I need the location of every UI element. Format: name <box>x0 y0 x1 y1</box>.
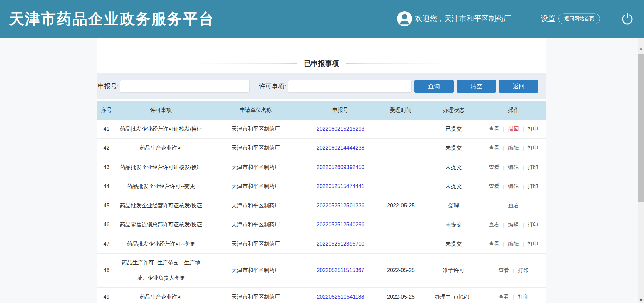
license-item-input[interactable] <box>288 80 412 93</box>
scrollbar-down-arrow-icon[interactable] <box>639 299 643 301</box>
action-link-编辑[interactable]: 编辑 <box>508 183 519 190</box>
table-row: 43药品批发企业经营许可证核发/换证天津市和平区制药厂2022052609392… <box>97 158 546 177</box>
action-link-打印[interactable]: 打印 <box>528 164 538 171</box>
license-item-label: 许可事项: <box>259 82 286 91</box>
welcome-text: 欢迎您，天津市和平区制药厂 <box>415 14 511 24</box>
table-row: 44药品批发企业经营许可--变更天津市和平区制药厂202205251547444… <box>97 177 546 196</box>
status-text: 未提交 <box>426 234 481 253</box>
action-link-查看[interactable]: 查看 <box>498 294 509 301</box>
actions-cell: 查看|编辑|打印 <box>481 139 546 158</box>
title-decoration-left <box>196 63 297 64</box>
declare-no-cell: 2022052512395700 <box>305 234 376 253</box>
declare-no-link[interactable]: 2022052515474441 <box>317 183 364 189</box>
action-link-编辑[interactable]: 编辑 <box>508 221 519 228</box>
back-to-site-home-button[interactable]: 返回网站首页 <box>558 14 600 24</box>
license-item-text: 药品生产企业许可 <box>116 288 206 303</box>
user-welcome: 欢迎您，天津市和平区制药厂 <box>397 11 511 27</box>
declare-no-cell: 2022052515474441 <box>305 177 376 196</box>
declare-no-link[interactable]: 2022052510541188 <box>317 294 364 300</box>
accept-time-text <box>376 158 426 177</box>
clear-button[interactable]: 清空 <box>457 80 496 93</box>
actions-cell: 查看 <box>481 196 546 215</box>
action-link-编辑[interactable]: 编辑 <box>508 241 519 248</box>
status-text: 未提交 <box>426 177 481 196</box>
settings-button[interactable]: 设置 <box>541 14 555 24</box>
action-link-打印[interactable]: 打印 <box>518 294 529 301</box>
main-panel: 已申报事项 申报号: 许可事项: 查询 清空 返回 序号 许可事项 申请单位名称… <box>97 38 546 303</box>
scrollbar-up-arrow-icon[interactable] <box>639 48 643 50</box>
license-item-text: 药品批发企业经营许可--变更 <box>116 177 206 196</box>
declare-no-cell: 2022052511515367 <box>305 254 376 287</box>
action-link-撤回[interactable]: 撤回 <box>508 126 519 133</box>
status-text: 未提交 <box>426 158 481 177</box>
scrollbar-thumb[interactable] <box>638 54 644 202</box>
declare-no-link[interactable]: 2022060214444238 <box>317 145 364 151</box>
action-link-查看[interactable]: 查看 <box>489 145 499 152</box>
search-bar: 申报号: 许可事项: 查询 清空 返回 <box>97 73 546 99</box>
action-separator: | <box>523 184 524 189</box>
declare-no-link[interactable]: 2022052512540296 <box>317 222 364 228</box>
action-link-打印[interactable]: 打印 <box>528 183 538 190</box>
declare-no-link[interactable]: 2022052512395700 <box>317 241 364 247</box>
action-link-打印[interactable]: 打印 <box>528 145 538 152</box>
license-item-text: 药品生产许可--生产范围、生产地址、企业负责人变更 <box>116 254 206 287</box>
col-header-seq: 序号 <box>97 101 116 120</box>
action-link-打印[interactable]: 打印 <box>528 221 538 228</box>
accept-time-text <box>376 215 426 234</box>
declare-no-cell: 2022060215215293 <box>305 120 376 138</box>
accept-time-text <box>376 234 426 253</box>
row-seq: 44 <box>97 177 116 196</box>
company-name-text: 天津市和平区制药厂 <box>206 177 305 196</box>
search-buttons: 查询 清空 返回 <box>412 80 538 93</box>
row-seq: 46 <box>97 215 116 234</box>
col-header-status: 办理状态 <box>426 101 481 120</box>
action-link-打印[interactable]: 打印 <box>528 241 538 248</box>
actions-cell: 查看|编辑|打印 <box>481 177 546 196</box>
table-row: 49药品生产企业许可天津市和平区制药厂20220525105411882022-… <box>97 288 546 303</box>
back-button[interactable]: 返回 <box>499 80 538 93</box>
row-seq: 43 <box>97 158 116 177</box>
actions-cell: 查看|打印 <box>481 288 546 303</box>
query-button[interactable]: 查询 <box>414 80 454 93</box>
action-link-查看[interactable]: 查看 <box>489 126 499 133</box>
action-link-查看[interactable]: 查看 <box>498 267 509 274</box>
row-seq: 49 <box>97 288 116 303</box>
action-separator: | <box>523 222 524 228</box>
logout-power-icon[interactable] <box>621 12 634 26</box>
actions-cell: 查看|编辑|打印 <box>481 234 546 253</box>
vertical-scrollbar[interactable] <box>638 38 644 303</box>
action-link-查看[interactable]: 查看 <box>508 202 519 209</box>
action-link-查看[interactable]: 查看 <box>489 241 499 248</box>
page-title: 已申报事项 <box>304 59 339 68</box>
action-link-编辑[interactable]: 编辑 <box>508 164 519 171</box>
action-link-打印[interactable]: 打印 <box>518 267 529 274</box>
table-row: 45药品批发企业经营许可证核发/换证天津市和平区制药厂2022052512501… <box>97 196 546 215</box>
declare-no-input[interactable] <box>120 80 250 93</box>
accept-time-text: 2022-05-25 <box>376 288 426 303</box>
license-item-text: 药品零售连锁总部许可证核发/换证 <box>116 215 206 234</box>
actions-cell: 查看|编辑|打印 <box>481 158 546 177</box>
company-name-text: 天津市和平区制药厂 <box>206 139 305 158</box>
action-separator: | <box>503 145 504 151</box>
declare-no-link[interactable]: 2022052609392450 <box>317 164 364 170</box>
status-text: 未提交 <box>426 215 481 234</box>
action-link-查看[interactable]: 查看 <box>489 183 499 190</box>
action-link-打印[interactable]: 打印 <box>528 126 538 133</box>
action-link-编辑[interactable]: 编辑 <box>508 145 519 152</box>
company-name-text: 天津市和平区制药厂 <box>206 215 305 234</box>
action-separator: | <box>503 184 504 189</box>
action-link-查看[interactable]: 查看 <box>489 221 499 228</box>
actions-cell: 查看|撤回|打印 <box>481 120 546 138</box>
declare-no-link[interactable]: 2022060215215293 <box>317 126 364 132</box>
col-header-company: 申请单位名称 <box>206 101 305 120</box>
status-text: 受理 <box>426 196 481 215</box>
action-separator: | <box>503 126 504 132</box>
declare-no-cell: 2022052510541188 <box>305 288 376 303</box>
declare-no-cell: 2022052512540296 <box>305 215 376 234</box>
declare-no-link[interactable]: 2022052512501336 <box>317 203 364 209</box>
row-seq: 45 <box>97 196 116 215</box>
declare-no-link[interactable]: 2022052511515367 <box>317 267 364 273</box>
row-seq: 48 <box>97 254 116 287</box>
action-link-查看[interactable]: 查看 <box>489 164 499 171</box>
row-seq: 47 <box>97 234 116 253</box>
